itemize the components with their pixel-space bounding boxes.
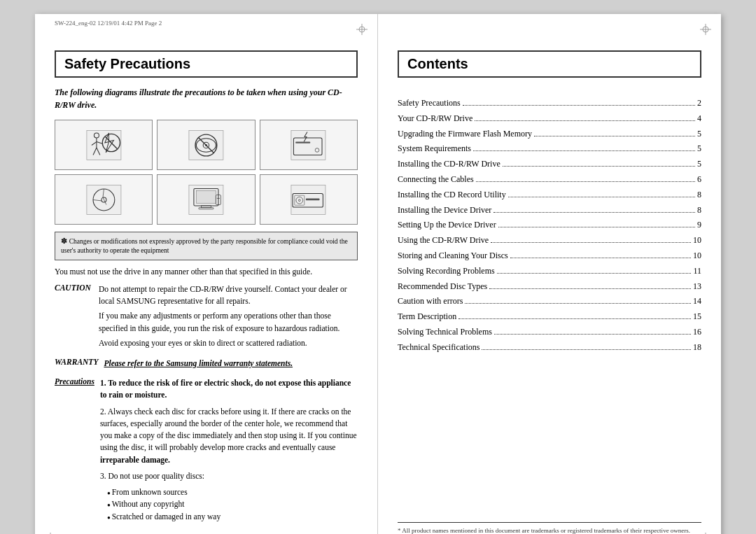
precautions-content: 1. To reduce the risk of fire or electri… bbox=[100, 377, 358, 523]
safety-image-6 bbox=[260, 174, 358, 225]
precautions-label: Precautions bbox=[55, 377, 94, 523]
svg-rect-42 bbox=[306, 198, 320, 200]
book-spread: SW-224_eng-02 12/19/01 4:42 PM Page 2 Sa… bbox=[35, 14, 721, 534]
caution-line-3: Avoid exposing your eyes or skin to dire… bbox=[99, 337, 358, 349]
warranty-text: Please refer to the Samsung limited warr… bbox=[104, 358, 293, 369]
precaution-3: 3. Do not use poor quality discs: bbox=[100, 470, 358, 482]
bullet-item-1: From unknown sources bbox=[107, 486, 358, 498]
contents-item-14: Term Description 15 bbox=[398, 311, 701, 323]
precaution-2: 2. Always check each disc for cracks bef… bbox=[100, 406, 358, 466]
caution-text: Do not attempt to repair the CD-R/RW dri… bbox=[99, 283, 358, 352]
safety-title-box: Safety Precautions bbox=[55, 50, 358, 78]
contents-item-0: Safety Precautions 2 bbox=[398, 97, 701, 109]
contents-item-2: Upgrading the Firmware Flash Memory 5 bbox=[398, 128, 701, 140]
body-text: You must not use the drive in any manner… bbox=[55, 266, 358, 278]
contents-item-4: Installing the CD-R/RW Drive 5 bbox=[398, 158, 701, 170]
safety-image-4 bbox=[55, 174, 153, 225]
warranty-block: WARRANTY Please refer to the Samsung lim… bbox=[55, 358, 358, 369]
left-page: SW-224_eng-02 12/19/01 4:42 PM Page 2 Sa… bbox=[35, 14, 378, 534]
images-grid bbox=[55, 120, 358, 225]
contents-item-13: Caution with errors 14 bbox=[398, 295, 701, 307]
safety-title: Safety Precautions bbox=[64, 56, 348, 72]
warranty-label: WARRANTY bbox=[55, 358, 98, 369]
precautions-block: Precautions 1. To reduce the risk of fir… bbox=[55, 377, 358, 523]
caution-block: CAUTION Do not attempt to repair the CD-… bbox=[55, 283, 358, 352]
warning-text: Changes or modifications not expressly a… bbox=[61, 238, 348, 254]
contents-item-5: Connecting the Cables 6 bbox=[398, 174, 701, 185]
right-page: Contents Safety Precautions 2 Your CD-R/… bbox=[378, 14, 721, 534]
warning-star: ✽ bbox=[61, 237, 69, 245]
intro-text: The following diagrams illustrate the pr… bbox=[55, 86, 358, 111]
contents-item-1: Your CD-R/RW Drive 4 bbox=[398, 113, 701, 125]
footer-note-text: * All product names mentioned in this do… bbox=[398, 527, 690, 534]
safety-image-1 bbox=[55, 120, 153, 170]
svg-rect-34 bbox=[196, 190, 216, 203]
contents-item-3: System Requirements 5 bbox=[398, 143, 701, 155]
page-meta: SW-224_eng-02 12/19/01 4:42 PM Page 2 bbox=[55, 20, 358, 27]
svg-rect-21 bbox=[296, 141, 311, 143]
caution-line-1: Do not attempt to repair the CD-R/RW dri… bbox=[99, 283, 358, 308]
safety-image-3 bbox=[260, 120, 358, 170]
footer-note: * All product names mentioned in this do… bbox=[398, 522, 701, 534]
caution-line-2: If you make any adjustments or perform a… bbox=[99, 310, 358, 335]
warranty-link: Please refer to the Samsung limited warr… bbox=[104, 359, 293, 367]
precaution-3-list: From unknown sources Without any copyrig… bbox=[100, 486, 358, 523]
contents-item-15: Solving Technical Problems 16 bbox=[398, 326, 701, 338]
contents-item-11: Solving Recording Problems 11 bbox=[398, 265, 701, 277]
contents-item-12: Recommended Disc Types 13 bbox=[398, 281, 701, 293]
contents-item-8: Setting Up the Device Driver 9 bbox=[398, 219, 701, 231]
crosshair-top-right-2 bbox=[700, 24, 711, 38]
caution-label: CAUTION bbox=[55, 283, 93, 352]
contents-item-7: Installing the Device Driver 8 bbox=[398, 204, 701, 216]
contents-item-6: Installing the CD Record Utility 8 bbox=[398, 189, 701, 201]
bullet-item-2: Without any copyright bbox=[107, 498, 358, 510]
bullet-item-3: Scratched or damaged in any way bbox=[107, 511, 358, 523]
crosshair-top-right bbox=[356, 24, 368, 38]
precaution-1: 1. To reduce the risk of fire or electri… bbox=[100, 377, 358, 402]
safety-image-5 bbox=[157, 174, 255, 225]
contents-title-box: Contents bbox=[398, 50, 701, 78]
contents-title: Contents bbox=[407, 56, 692, 72]
svg-rect-19 bbox=[291, 130, 326, 160]
contents-item-16: Technical Specifications 18 bbox=[398, 342, 701, 353]
meta-text: SW-224_eng-02 12/19/01 4:42 PM Page 2 bbox=[55, 20, 162, 27]
contents-list: Safety Precautions 2 Your CD-R/RW Drive … bbox=[398, 97, 701, 353]
contents-item-9: Using the CD-R/RW Drive 10 bbox=[398, 234, 701, 246]
safety-image-2 bbox=[157, 120, 255, 170]
contents-item-10: Storing and Cleaning Your Discs 10 bbox=[398, 250, 701, 262]
warning-box: ✽ Changes or modifications not expressly… bbox=[55, 232, 358, 260]
